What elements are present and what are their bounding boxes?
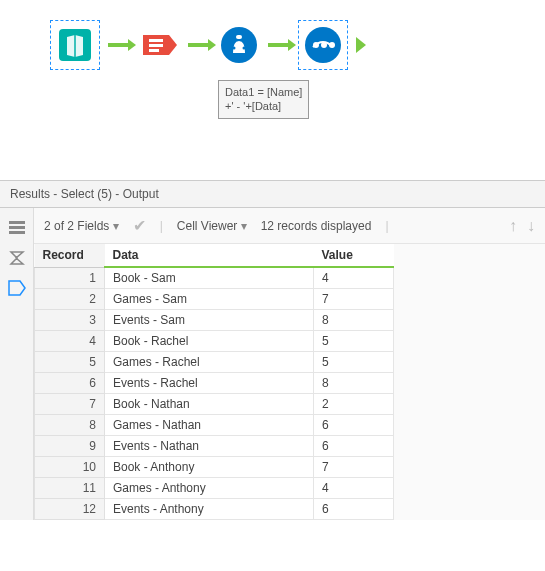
- svg-rect-13: [9, 221, 25, 224]
- connector: [108, 43, 130, 47]
- cell-value: 8: [314, 310, 394, 331]
- table-row[interactable]: 3Events - Sam8: [35, 310, 394, 331]
- cell-data: Book - Rachel: [105, 331, 314, 352]
- fields-dropdown[interactable]: 2 of 2 Fields ▾: [44, 219, 119, 233]
- cell-value: 5: [314, 331, 394, 352]
- svg-rect-6: [236, 35, 242, 39]
- col-record[interactable]: Record: [35, 244, 105, 267]
- cell-data: Events - Anthony: [105, 499, 314, 520]
- cell-value: 8: [314, 373, 394, 394]
- cell-record: 1: [35, 267, 105, 289]
- cell-value: 5: [314, 352, 394, 373]
- table-row[interactable]: 1Book - Sam4: [35, 267, 394, 289]
- cell-record: 4: [35, 331, 105, 352]
- cell-data: Events - Sam: [105, 310, 314, 331]
- cell-record: 5: [35, 352, 105, 373]
- cell-data: Book - Anthony: [105, 457, 314, 478]
- table-row[interactable]: 7Book - Nathan2: [35, 394, 394, 415]
- cell-data: Book - Nathan: [105, 394, 314, 415]
- sigma-icon: [9, 250, 25, 266]
- cell-value: 4: [314, 267, 394, 289]
- svg-rect-3: [149, 44, 163, 47]
- cell-record: 7: [35, 394, 105, 415]
- formula-tooltip: Data1 = [Name] +' - '+[Data]: [218, 80, 309, 119]
- cell-data: Games - Sam: [105, 289, 314, 310]
- table-row[interactable]: 5Games - Rachel5: [35, 352, 394, 373]
- apply-check-icon[interactable]: ✔: [133, 216, 146, 235]
- svg-rect-15: [9, 231, 25, 234]
- cell-data: Events - Nathan: [105, 436, 314, 457]
- svg-point-7: [233, 47, 236, 50]
- tag-icon: [8, 280, 26, 296]
- table-row[interactable]: 10Book - Anthony7: [35, 457, 394, 478]
- data-view-button[interactable]: [6, 278, 28, 298]
- table-row[interactable]: 2Games - Sam7: [35, 289, 394, 310]
- connector: [268, 43, 290, 47]
- cell-record: 10: [35, 457, 105, 478]
- cell-data: Games - Rachel: [105, 352, 314, 373]
- workflow-canvas[interactable]: Data1 = [Name] +' - '+[Data]: [0, 0, 545, 180]
- table-row[interactable]: 12Events - Anthony6: [35, 499, 394, 520]
- svg-point-8: [243, 47, 246, 50]
- table-row[interactable]: 6Events - Rachel8: [35, 373, 394, 394]
- formula-tool[interactable]: [218, 24, 260, 66]
- cell-value: 6: [314, 499, 394, 520]
- svg-rect-14: [9, 226, 25, 229]
- results-title: Results - Select (5) - Output: [0, 180, 545, 208]
- cell-value: 7: [314, 289, 394, 310]
- sigma-view-button[interactable]: [6, 248, 28, 268]
- cell-value: 6: [314, 415, 394, 436]
- records-count: 12 records displayed: [261, 219, 372, 233]
- cell-record: 12: [35, 499, 105, 520]
- table-row[interactable]: 8Games - Nathan6: [35, 415, 394, 436]
- cell-data: Book - Sam: [105, 267, 314, 289]
- prev-page-button[interactable]: ↑: [509, 217, 517, 235]
- cell-viewer-dropdown[interactable]: Cell Viewer ▾: [177, 219, 247, 233]
- svg-rect-2: [149, 39, 163, 42]
- cell-value: 2: [314, 394, 394, 415]
- cell-value: 6: [314, 436, 394, 457]
- cell-record: 3: [35, 310, 105, 331]
- cell-record: 2: [35, 289, 105, 310]
- input-data-tool[interactable]: [50, 20, 100, 70]
- col-data[interactable]: Data: [105, 244, 314, 267]
- rows-icon: [9, 221, 25, 235]
- browse-icon: [303, 25, 343, 65]
- cell-data: Games - Nathan: [105, 415, 314, 436]
- cell-data: Events - Rachel: [105, 373, 314, 394]
- metadata-view-button[interactable]: [6, 218, 28, 238]
- browse-tool[interactable]: [298, 20, 348, 70]
- next-page-button[interactable]: ↓: [527, 217, 535, 235]
- cell-record: 11: [35, 478, 105, 499]
- table-row[interactable]: 4Book - Rachel5: [35, 331, 394, 352]
- results-toolbar: 2 of 2 Fields ▾ ✔ | Cell Viewer ▾ 12 rec…: [34, 208, 545, 244]
- col-value[interactable]: Value: [314, 244, 394, 267]
- cell-record: 8: [35, 415, 105, 436]
- output-anchor[interactable]: [356, 37, 366, 53]
- results-rail: [0, 208, 34, 520]
- svg-rect-4: [149, 49, 159, 52]
- connector: [188, 43, 210, 47]
- cell-value: 4: [314, 478, 394, 499]
- results-table: Record Data Value 1Book - Sam42Games - S…: [34, 244, 394, 520]
- cell-data: Games - Anthony: [105, 478, 314, 499]
- select-tool[interactable]: [138, 24, 180, 66]
- select-icon: [139, 25, 179, 65]
- cell-value: 7: [314, 457, 394, 478]
- formula-icon: [219, 25, 259, 65]
- cell-record: 9: [35, 436, 105, 457]
- input-data-icon: [55, 25, 95, 65]
- cell-record: 6: [35, 373, 105, 394]
- table-row[interactable]: 11Games - Anthony4: [35, 478, 394, 499]
- table-row[interactable]: 9Events - Nathan6: [35, 436, 394, 457]
